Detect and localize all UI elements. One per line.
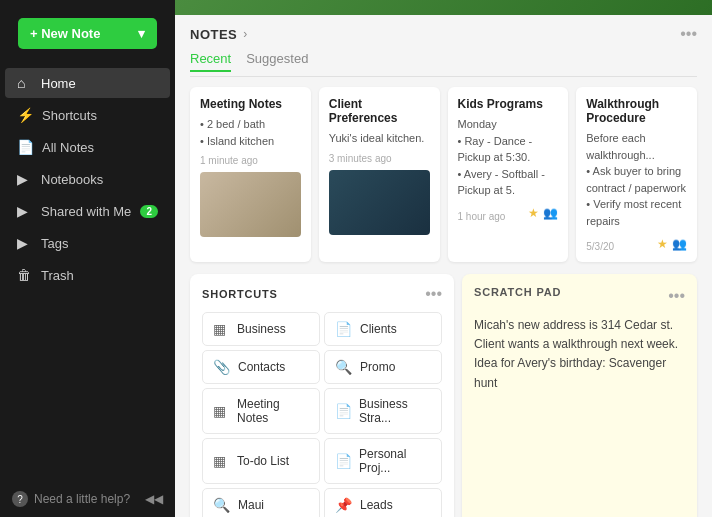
shortcut-label: Business — [237, 322, 286, 336]
notes-tabs: Recent Suggested — [190, 51, 697, 77]
shortcut-promo[interactable]: 🔍 Promo — [324, 350, 442, 384]
notes-header: NOTES › ••• — [190, 25, 697, 43]
new-note-label: + New Note — [30, 26, 100, 41]
note-card-title: Meeting Notes — [200, 97, 301, 111]
shortcut-business[interactable]: ▦ Business — [202, 312, 320, 346]
star-icon: ★ — [657, 237, 668, 251]
sidebar-item-all-notes[interactable]: 📄 All Notes — [5, 132, 170, 162]
note-card-image — [200, 172, 301, 237]
note-card-title: Client Preferences — [329, 97, 430, 125]
list-icon: ▦ — [213, 453, 229, 469]
notes-title: NOTES — [190, 27, 237, 42]
sidebar-item-label: Home — [41, 76, 76, 91]
note-card-footer: 1 hour ago ★ 👥 — [458, 205, 559, 222]
shortcuts-header: SHORTCUTS ••• — [202, 286, 442, 302]
shortcut-contacts[interactable]: 📎 Contacts — [202, 350, 320, 384]
scratch-pad-text[interactable]: Micah's new address is 314 Cedar st.Clie… — [474, 316, 685, 393]
note-card-kids-programs[interactable]: Kids Programs Monday• Ray - Dance -Picku… — [448, 87, 569, 262]
note-card-footer: 5/3/20 ★ 👥 — [586, 235, 687, 252]
main-content: NOTES › ••• Recent Suggested Meeting Not… — [175, 0, 712, 517]
note-card-text: Yuki's ideal kitchen. — [329, 130, 430, 147]
shortcut-clients[interactable]: 📄 Clients — [324, 312, 442, 346]
shortcut-label: Promo — [360, 360, 395, 374]
note-card-text: Before each walkthrough...• Ask buyer to… — [586, 130, 687, 229]
shortcuts-icon: ⚡ — [17, 107, 34, 123]
sidebar-item-label: Shared with Me — [41, 204, 131, 219]
sidebar-item-label: Shortcuts — [42, 108, 97, 123]
tab-suggested[interactable]: Suggested — [246, 51, 308, 72]
sidebar-item-notebooks[interactable]: ▶ Notebooks — [5, 164, 170, 194]
note-card-walkthrough[interactable]: Walkthrough Procedure Before each walkth… — [576, 87, 697, 262]
paperclip-icon: 📎 — [213, 359, 230, 375]
tags-icon: ▶ — [17, 235, 33, 251]
trash-icon: 🗑 — [17, 267, 33, 283]
shortcut-maui[interactable]: 🔍 Maui — [202, 488, 320, 517]
document-icon: ▦ — [213, 403, 229, 419]
note-card-time: 1 minute ago — [200, 155, 301, 166]
scratch-pad-title: SCRATCH PAD — [474, 286, 561, 298]
sidebar-item-label: All Notes — [42, 140, 94, 155]
notes-icon: 📄 — [17, 139, 34, 155]
sidebar-item-shortcuts[interactable]: ⚡ Shortcuts — [5, 100, 170, 130]
shortcut-label: Personal Proj... — [359, 447, 431, 475]
top-background — [175, 0, 712, 15]
shortcuts-section: SHORTCUTS ••• ▦ Business 📄 Clients 📎 Con… — [190, 274, 454, 517]
shortcut-label: Contacts — [238, 360, 285, 374]
search-icon: 🔍 — [213, 497, 230, 513]
document-icon: 📄 — [335, 403, 351, 419]
note-card-client-preferences[interactable]: Client Preferences Yuki's ideal kitchen.… — [319, 87, 440, 262]
notes-arrow-icon: › — [243, 27, 247, 41]
shortcut-business-strategy[interactable]: 📄 Business Stra... — [324, 388, 442, 434]
shortcut-leads[interactable]: 📌 Leads — [324, 488, 442, 517]
shortcut-meeting-notes[interactable]: ▦ Meeting Notes — [202, 388, 320, 434]
sidebar-item-shared[interactable]: ▶ Shared with Me 2 — [5, 196, 170, 226]
note-card-icons: ★ 👥 — [657, 237, 687, 251]
star-icon: ★ — [528, 206, 539, 220]
notes-cards: Meeting Notes • 2 bed / bath• Island kit… — [190, 87, 697, 262]
note-card-time: 5/3/20 — [586, 241, 614, 252]
note-card-text: Monday• Ray - Dance -Pickup at 5:30.• Av… — [458, 116, 559, 199]
sidebar-item-label: Trash — [41, 268, 74, 283]
notes-more-button[interactable]: ••• — [680, 25, 697, 43]
note-card-meeting-notes[interactable]: Meeting Notes • 2 bed / bath• Island kit… — [190, 87, 311, 262]
shortcut-label: Maui — [238, 498, 264, 512]
document-icon: 📄 — [335, 321, 352, 337]
sidebar-item-home[interactable]: ⌂ Home — [5, 68, 170, 98]
shortcuts-title: SHORTCUTS — [202, 288, 278, 300]
note-card-time: 1 hour ago — [458, 211, 506, 222]
shared-icon: ▶ — [17, 203, 33, 219]
sidebar-item-label: Tags — [41, 236, 68, 251]
shortcut-personal-projects[interactable]: 📄 Personal Proj... — [324, 438, 442, 484]
notes-header-left: NOTES › — [190, 27, 247, 42]
home-icon: ⌂ — [17, 75, 33, 91]
shortcut-label: Clients — [360, 322, 397, 336]
shortcuts-more-button[interactable]: ••• — [425, 286, 442, 302]
new-note-arrow-icon: ▾ — [138, 26, 145, 41]
people-icon: 👥 — [543, 206, 558, 220]
tab-recent[interactable]: Recent — [190, 51, 231, 72]
sidebar-item-tags[interactable]: ▶ Tags — [5, 228, 170, 258]
sidebar: + New Note ▾ ⌂ Home ⚡ Shortcuts 📄 All No… — [0, 0, 175, 517]
sidebar-item-label: Notebooks — [41, 172, 103, 187]
pin-icon: 📌 — [335, 497, 352, 513]
shortcut-todo-list[interactable]: ▦ To-do List — [202, 438, 320, 484]
content-area: NOTES › ••• Recent Suggested Meeting Not… — [175, 15, 712, 517]
document-icon: 📄 — [335, 453, 351, 469]
shortcut-label: To-do List — [237, 454, 289, 468]
help-footer[interactable]: ? Need a little help? ◀◀ — [0, 481, 175, 517]
new-note-button[interactable]: + New Note ▾ — [18, 18, 157, 49]
shortcut-label: Leads — [360, 498, 393, 512]
collapse-icon[interactable]: ◀◀ — [145, 492, 163, 506]
document-icon: ▦ — [213, 321, 229, 337]
search-icon: 🔍 — [335, 359, 352, 375]
help-icon: ? — [12, 491, 28, 507]
note-card-title: Walkthrough Procedure — [586, 97, 687, 125]
scratch-pad-section: SCRATCH PAD ••• Micah's new address is 3… — [462, 274, 697, 517]
note-card-image — [329, 170, 430, 235]
bottom-row: SHORTCUTS ••• ▦ Business 📄 Clients 📎 Con… — [190, 274, 697, 517]
scratch-pad-more-button[interactable]: ••• — [668, 287, 685, 305]
people-icon: 👥 — [672, 237, 687, 251]
note-card-icons: ★ 👥 — [528, 206, 558, 220]
sidebar-item-trash[interactable]: 🗑 Trash — [5, 260, 170, 290]
scratch-pad-header: SCRATCH PAD ••• — [474, 286, 685, 306]
